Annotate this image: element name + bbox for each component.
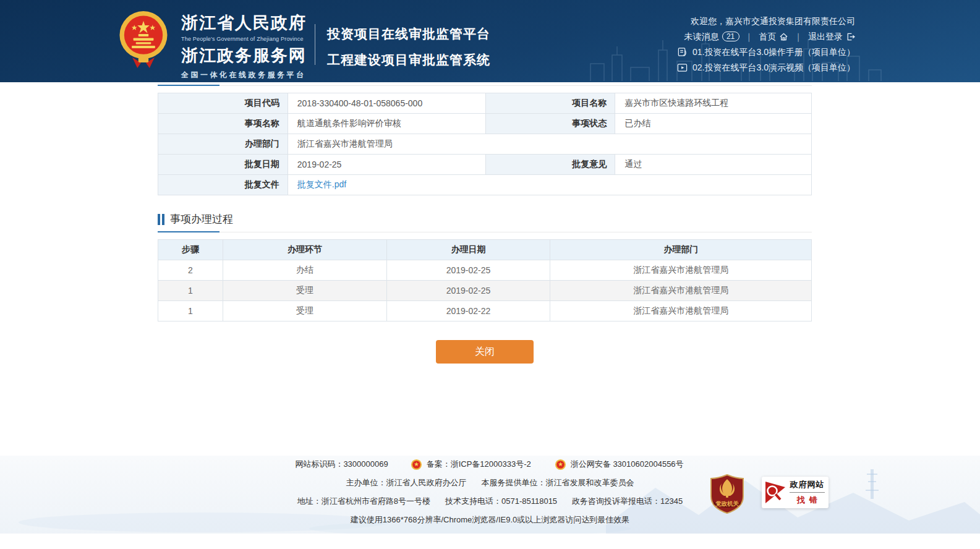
cell-step: 1	[158, 281, 223, 301]
cell-date: 2019-02-22	[386, 301, 550, 321]
table-row: 1 受理 2019-02-22 浙江省嘉兴市港航管理局	[158, 301, 812, 321]
separator-bar: ｜	[794, 31, 803, 42]
field-value-approval-file: 批复文件.pdf	[288, 175, 811, 195]
field-label-item-name: 事项名称	[158, 114, 288, 134]
field-value-item-status: 已办结	[615, 114, 812, 134]
unread-messages-label: 未读消息	[684, 31, 719, 42]
provider-text: 本服务提供单位：浙江省发展和改革委员会	[482, 477, 634, 488]
video-icon	[677, 62, 688, 73]
logout-link-label: 退出登录	[808, 31, 843, 42]
column-header-stage: 办理环节	[223, 240, 386, 260]
info-table: 项目代码 2018-330400-48-01-058065-000 项目名称 嘉…	[158, 93, 812, 195]
header-divider	[315, 24, 315, 65]
field-label-project-name: 项目名称	[485, 93, 615, 114]
footer-line-registration: 网站标识码：3300000069 备案：浙ICP备12000333号-2 浙公网…	[0, 458, 980, 470]
header-user-area: 欢迎您，嘉兴市交通投资集团有限责任公司 未读消息 21 ｜ 首页 ｜ 退出登录	[677, 15, 855, 73]
home-link[interactable]: 首页	[759, 31, 788, 42]
footer-line-browser-tip: 建议使用1366*768分辨率/Chrome浏览器/IE9.0或以上浏览器访问达…	[0, 514, 980, 526]
section-title-text: 事项办理过程	[170, 212, 233, 226]
mini-emblem-icon	[411, 459, 422, 470]
item-info-section: 事项信息 项目代码 2018-330400-48-01-058065-000 项…	[158, 66, 812, 195]
cell-step: 1	[158, 301, 223, 321]
field-value-approval-date: 2019-02-25	[288, 155, 485, 175]
footer-line-contact: 地址：浙江省杭州市省府路8号一号楼 技术支持电话：0571-85118015 政…	[0, 495, 980, 508]
field-label-project-code: 项目代码	[158, 93, 288, 114]
table-row: 批复日期 2019-02-25 批复意见 通过	[158, 155, 812, 175]
police-registration-number: 浙公网安备 33010602004556号	[571, 459, 684, 470]
find-error-label: 找错	[790, 493, 825, 506]
site-header: 浙江省人民政府 The People's Government of Zheji…	[0, 0, 980, 82]
manual-link[interactable]: 01.投资在线平台3.0操作手册（项目单位）	[677, 46, 855, 57]
gov-title: 浙江省人民政府	[181, 12, 307, 34]
field-value-project-name: 嘉兴市市区快速路环线工程	[615, 93, 812, 114]
cell-stage: 受理	[223, 281, 386, 301]
icp-number: 备案：浙ICP备12000333号-2	[427, 459, 531, 470]
welcome-text: 欢迎您，嘉兴市交通投资集团有限责任公司	[691, 15, 855, 27]
section-title-underline	[158, 232, 812, 232]
table-row: 事项名称 航道通航条件影响评价审核 事项状态 已办结	[158, 114, 812, 134]
table-row: 2 办结 2019-02-25 浙江省嘉兴市港航管理局	[158, 260, 812, 281]
address-text: 地址：浙江省杭州市省府路8号一号楼	[297, 496, 430, 507]
cell-dept: 浙江省嘉兴市港航管理局	[550, 260, 812, 281]
find-error-text-block: 政府网站 找错	[790, 479, 825, 506]
party-badge-label: 党政机关	[715, 500, 739, 507]
complaint-phone-text: 政务咨询投诉举报电话：12345	[572, 496, 683, 507]
video-link-label: 02.投资在线平台3.0演示视频（项目单位）	[692, 62, 855, 73]
field-label-handling-dept: 办理部门	[158, 134, 288, 155]
platform-title-line1: 投资项目在线审批监管平台	[327, 25, 490, 43]
field-value-project-code: 2018-330400-48-01-058065-000	[288, 93, 485, 114]
tech-phone-text: 技术支持电话：0571-85118015	[445, 496, 557, 507]
magnifier-icon	[764, 480, 786, 505]
national-emblem-icon	[118, 9, 169, 73]
logout-link[interactable]: 退出登录	[808, 31, 855, 42]
page-footer: 网站标识码：3300000069 备案：浙ICP备12000333号-2 浙公网…	[0, 456, 980, 534]
field-value-item-name: 航道通航条件影响评价审核	[288, 114, 485, 134]
site-error-report-badge[interactable]: 政府网站 找错	[762, 477, 829, 508]
portal-title: 浙江政务服务网	[181, 45, 307, 67]
user-links-bar: 未读消息 21 ｜ 首页 ｜ 退出登录	[684, 31, 855, 42]
approval-file-link[interactable]: 批复文件.pdf	[297, 179, 346, 189]
separator-bar: ｜	[745, 31, 754, 42]
logout-icon	[846, 32, 855, 41]
site-code: 网站标识码：3300000069	[295, 459, 388, 470]
process-section: 事项办理过程 步骤 办理环节 办理日期 办理部门 2 办结 2019-02-25…	[158, 212, 812, 321]
table-row: 1 受理 2019-02-25 浙江省嘉兴市港航管理局	[158, 281, 812, 301]
cell-step: 2	[158, 260, 223, 281]
table-row: 办理部门 浙江省嘉兴市港航管理局	[158, 134, 812, 155]
field-label-approval-opinion: 批复意见	[485, 155, 615, 175]
close-button[interactable]: 关闭	[436, 340, 534, 364]
manual-link-label: 01.投资在线平台3.0操作手册（项目单位）	[692, 46, 855, 57]
section-bars-icon	[158, 214, 164, 225]
unread-count-badge[interactable]: 21	[722, 32, 739, 41]
cell-stage: 办结	[223, 260, 386, 281]
field-value-handling-dept: 浙江省嘉兴市港航管理局	[288, 134, 811, 155]
cell-dept: 浙江省嘉兴市港航管理局	[550, 301, 812, 321]
main-content: 事项信息 项目代码 2018-330400-48-01-058065-000 项…	[158, 57, 812, 364]
party-shield-icon: 党政机关	[710, 474, 744, 514]
cell-date: 2019-02-25	[386, 260, 550, 281]
field-label-approval-date: 批复日期	[158, 155, 288, 175]
section-title-process: 事项办理过程	[158, 212, 812, 226]
column-header-dept: 办理部门	[550, 240, 812, 260]
gov-subtitle: The People's Government of Zhejiang Prov…	[181, 36, 307, 42]
field-value-approval-opinion: 通过	[615, 155, 812, 175]
browser-tip-text: 建议使用1366*768分辨率/Chrome浏览器/IE9.0或以上浏览器访问达…	[351, 514, 629, 526]
button-row: 关闭	[158, 340, 812, 364]
field-label-item-status: 事项状态	[485, 114, 615, 134]
home-link-label: 首页	[759, 31, 776, 42]
organizer-text: 主办单位：浙江省人民政府办公厅	[346, 477, 467, 488]
video-link[interactable]: 02.投资在线平台3.0演示视频（项目单位）	[677, 62, 855, 73]
party-gov-badge[interactable]: 党政机关	[710, 474, 744, 514]
section-title-underline	[158, 85, 812, 86]
unread-messages-link[interactable]: 未读消息 21	[684, 31, 739, 42]
home-icon	[779, 32, 788, 41]
portal-subtitle: 全国一体化在线政务服务平台	[181, 70, 307, 80]
platform-title-block: 投资项目在线审批监管平台 工程建设项目审批监管系统	[327, 25, 490, 69]
table-row: 项目代码 2018-330400-48-01-058065-000 项目名称 嘉…	[158, 93, 812, 114]
gov-site-label: 政府网站	[790, 479, 825, 493]
manual-icon	[677, 47, 688, 57]
column-header-date: 办理日期	[386, 240, 550, 260]
footer-line-organizer: 主办单位：浙江省人民政府办公厅 本服务提供单位：浙江省发展和改革委员会	[0, 477, 980, 489]
platform-title-line2: 工程建设项目审批监管系统	[327, 51, 490, 69]
mini-emblem-icon	[555, 459, 566, 470]
